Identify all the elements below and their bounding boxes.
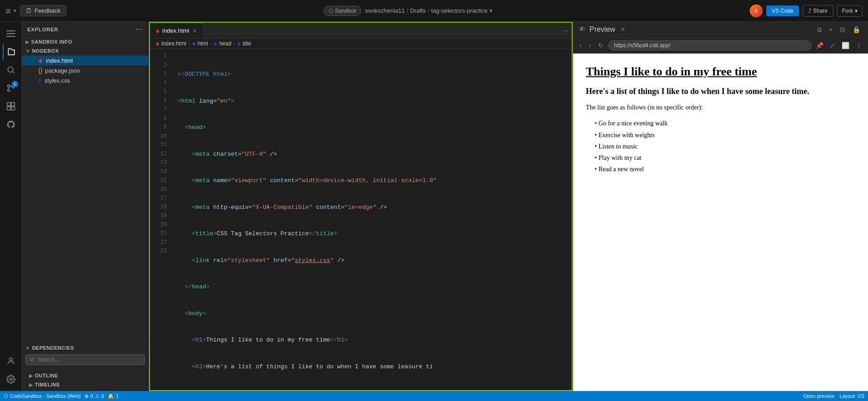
vscode-button[interactable]: VS Code — [766, 5, 799, 16]
preview-list: Go for a nice evening walk Exercise with… — [599, 118, 855, 175]
breadcrumb-html[interactable]: html — [198, 40, 208, 47]
code-editor[interactable]: 1 2 3 4 5 6 7 8 9 10 11 12 13 14 15 16 1… — [150, 49, 572, 390]
list-item-3: Listen to music — [599, 141, 855, 152]
breadcrumb-head[interactable]: head — [219, 40, 231, 47]
status-left: ⬡ CodeSandbox - Sandbox (Web) ⊗ 0 ⚠ 0 🔔 … — [4, 393, 119, 399]
status-errors[interactable]: ⊗ 0 ⚠ 0 — [85, 393, 104, 399]
feedback-button[interactable]: 🗒 Feedback — [20, 5, 66, 16]
activity-search[interactable] — [3, 62, 19, 78]
file-tree: ▶ SANDBOX INFO ▼ NODEBOX ◈ index.html {}… — [22, 37, 149, 341]
activity-account[interactable] — [3, 353, 19, 369]
svg-rect-10 — [7, 107, 10, 110]
css-file-icon: # — [38, 77, 42, 84]
styles-css-label: styles.css — [45, 77, 70, 84]
activity-menu[interactable] — [3, 25, 19, 42]
preview-refresh-button[interactable]: ↻ — [595, 40, 606, 51]
code-line-6: <meta http-equiv="X-UA-Compatible" conte… — [178, 203, 572, 212]
breadcrumb-title[interactable]: title — [243, 40, 251, 47]
sandbox-info-section[interactable]: ▶ SANDBOX INFO — [22, 37, 149, 46]
list-item-4: Play with my cat — [599, 152, 855, 163]
svg-point-6 — [7, 89, 10, 92]
file-index-html[interactable]: ◈ index.html — [22, 55, 149, 65]
activity-git[interactable]: 1 — [3, 80, 19, 96]
activity-bottom — [3, 353, 19, 387]
svg-point-14 — [30, 358, 34, 361]
code-line-1: <!DOCTYPE html> — [178, 70, 572, 79]
dep-label: DEPENDENCIES — [32, 345, 74, 351]
code-content[interactable]: <!DOCTYPE html> <html lang="en"> <head> … — [170, 49, 572, 390]
activity-bar: 1 — [0, 22, 22, 391]
svg-line-15 — [33, 361, 34, 361]
line-num-8: 8 — [150, 114, 167, 124]
editor-tab-menu[interactable]: ··· — [558, 23, 572, 38]
nodebox-section[interactable]: ▼ NODEBOX — [22, 46, 149, 55]
timeline-header[interactable]: ▶ TIMELINE — [25, 380, 145, 389]
preview-fullscreen-button[interactable]: ⤢ — [828, 40, 838, 51]
dependency-search[interactable] — [25, 354, 145, 365]
sidebar-menu-button[interactable]: ··· — [136, 25, 143, 34]
line-num-23: 23 — [150, 247, 167, 256]
dep-chevron: ▼ — [25, 346, 30, 351]
breadcrumb-user[interactable]: sonkozhenia11 — [365, 7, 404, 14]
url-bar[interactable]: https://x56pd4.csb.app/ — [608, 40, 812, 50]
file-styles-css[interactable]: # styles.css — [22, 75, 149, 85]
dependencies-header[interactable]: ▼ DEPENDENCIES — [25, 345, 145, 351]
code-line-2: <html lang="en"> — [178, 97, 572, 106]
status-notifications[interactable]: 🔔 1 — [108, 393, 119, 399]
line-num-4: 4 — [150, 79, 167, 88]
activity-explorer[interactable] — [3, 44, 19, 60]
dropdown-chevron[interactable]: ▾ — [14, 8, 16, 14]
preview-pin-button[interactable]: 📌 — [813, 40, 826, 51]
status-open-preview[interactable]: Open preview — [803, 393, 834, 399]
sandbox-chevron: ▶ — [25, 40, 30, 45]
outline-header[interactable]: ▶ OUTLINE — [25, 371, 145, 380]
preview-toggle-columns[interactable]: ⊟ — [838, 24, 848, 35]
line-num-6: 6 — [150, 97, 167, 106]
status-layout[interactable]: Layout: US — [840, 393, 864, 399]
tab-close-button[interactable]: × — [192, 27, 197, 35]
sidebar: Explorer ··· ▶ SANDBOX INFO ▼ NODEBOX ◈ … — [22, 22, 149, 391]
layout-label: Layout: US — [840, 393, 864, 399]
share-button[interactable]: ⤴ Share — [803, 5, 833, 17]
activity-settings[interactable] — [3, 371, 19, 387]
preview-forward-button[interactable]: › — [586, 40, 594, 51]
breadcrumb: sonkozhenia11 / Drafts / tag-selectors-p… — [365, 7, 493, 14]
preview-close-button[interactable]: × — [621, 25, 625, 34]
layout-icon[interactable]: ⊞ — [5, 7, 11, 15]
editor-breadcrumb: ◈ index.html › ◈ html › ◈ head › ◈ title — [150, 39, 572, 49]
code-line-4: <meta charset="UTF-8" /> — [178, 150, 572, 159]
preview-toggle-split[interactable]: ⧉ — [815, 24, 824, 35]
breadcrumb-section[interactable]: Drafts — [410, 7, 426, 14]
preview-title: Preview — [589, 25, 615, 34]
share-label: Share — [813, 8, 828, 14]
preview-more-button[interactable]: ⋮ — [853, 40, 864, 51]
tab-html-icon: ◈ — [155, 28, 160, 34]
preview-heading2: Here's a list of things I like to do whe… — [586, 86, 855, 97]
breadcrumb-file[interactable]: index.html — [161, 40, 186, 47]
breadcrumb-project[interactable]: tag-selectors-practice — [431, 7, 488, 14]
breadcrumb-title-icon: ◈ — [237, 40, 241, 47]
avatar[interactable]: s — [750, 5, 763, 17]
svg-point-12 — [9, 358, 12, 361]
status-app-name[interactable]: ⬡ CodeSandbox - Sandbox (Web) — [4, 393, 81, 399]
tab-index-html[interactable]: ◈ index.html × — [150, 23, 203, 38]
preview-expand[interactable]: + — [827, 24, 835, 35]
code-line-9: </head> — [178, 282, 572, 292]
notification-count: 1 — [116, 393, 119, 399]
breadcrumb-dropdown[interactable]: ▾ — [489, 7, 493, 14]
line-num-5: 5 — [150, 88, 167, 97]
dependency-search-input[interactable] — [37, 356, 141, 363]
fork-button[interactable]: Fork ▾ — [837, 5, 863, 17]
preview-lock[interactable]: 🔒 — [850, 24, 863, 35]
line-num-1: 1 — [150, 52, 167, 61]
line-num-20: 20 — [150, 221, 167, 230]
preview-heading1: Things I like to do in my free time — [586, 64, 855, 79]
file-package-json[interactable]: {} package.json — [22, 65, 149, 75]
code-line-12: <h2>Here's a list of things I like to do… — [178, 362, 572, 371]
activity-extensions[interactable] — [3, 98, 19, 114]
sandbox-badge[interactable]: ⬡ Sandbox — [324, 6, 361, 16]
preview-back-button[interactable]: ‹ — [577, 40, 584, 51]
activity-github[interactable] — [3, 116, 19, 133]
svg-rect-0 — [6, 30, 15, 31]
preview-external-button[interactable]: ⬜ — [839, 40, 852, 51]
